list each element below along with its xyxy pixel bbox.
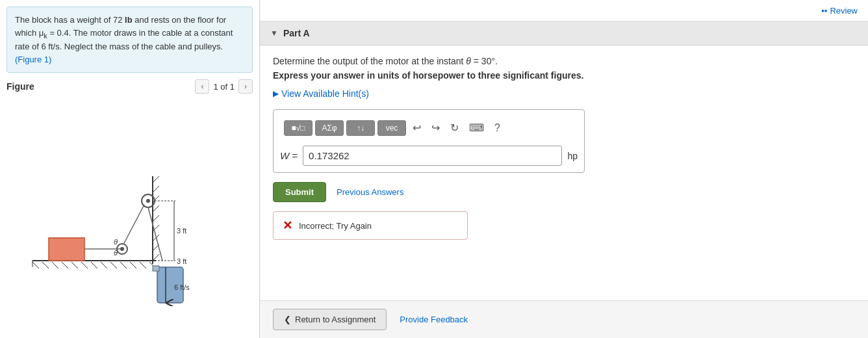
svg-line-2 bbox=[32, 262, 39, 268]
question-text: Determine the output of the motor at the… bbox=[273, 56, 855, 66]
part-section: ▼ Part A Determine the output of the mot… bbox=[260, 21, 868, 300]
problem-text-box: The block has a weight of 72 lb and rest… bbox=[6, 6, 253, 73]
svg-line-19 bbox=[153, 176, 159, 183]
submit-row: Submit Previous Answers bbox=[273, 182, 855, 202]
figure-header: Figure ‹ 1 of 1 › bbox=[6, 79, 253, 94]
svg-line-12 bbox=[130, 262, 136, 268]
answer-label: W = bbox=[280, 150, 298, 161]
figure-title: Figure bbox=[6, 81, 34, 92]
vector-btn[interactable]: vec bbox=[377, 120, 406, 136]
svg-line-20 bbox=[153, 186, 159, 192]
undo-btn[interactable]: ↩ bbox=[409, 119, 425, 136]
right-panel: ▪▪ Review ▼ Part A Determine the output … bbox=[260, 0, 868, 338]
svg-text:3 ft: 3 ft bbox=[177, 257, 186, 265]
incorrect-icon: ✕ bbox=[283, 218, 292, 233]
answer-unit: hp bbox=[567, 151, 578, 161]
return-label: Return to Assignment bbox=[295, 315, 376, 324]
submit-button[interactable]: Submit bbox=[273, 182, 326, 202]
review-bar: ▪▪ Review bbox=[260, 0, 868, 21]
svg-text:6 ft/s: 6 ft/s bbox=[174, 283, 190, 291]
part-title: Part A bbox=[283, 28, 310, 38]
next-figure-button[interactable]: › bbox=[238, 79, 253, 94]
svg-line-7 bbox=[81, 262, 88, 268]
toolbar: ■√□ ΑΣφ ↑↓ vec ↩ ↪ ↻ ⌨ ? bbox=[280, 116, 578, 139]
review-label: Review bbox=[830, 6, 858, 16]
help-btn[interactable]: ? bbox=[491, 120, 504, 136]
svg-line-4 bbox=[52, 262, 58, 268]
svg-point-29 bbox=[146, 199, 150, 203]
return-button[interactable]: ❮ Return to Assignment bbox=[273, 309, 387, 330]
incorrect-box: ✕ Incorrect; Try Again bbox=[273, 211, 468, 240]
svg-text:θ: θ bbox=[114, 249, 118, 257]
figure-image: θ θ 3 ft 3 ft 6 ft/s bbox=[6, 99, 253, 332]
left-panel: The block has a weight of 72 lb and rest… bbox=[0, 0, 260, 338]
svg-line-6 bbox=[71, 262, 78, 268]
figure-nav-count: 1 of 1 bbox=[213, 82, 235, 92]
hint-arrow-icon: ▶ bbox=[273, 89, 279, 98]
symbol-btn[interactable]: ΑΣφ bbox=[315, 120, 344, 136]
svg-text:θ: θ bbox=[114, 238, 118, 246]
refresh-btn[interactable]: ↻ bbox=[446, 119, 463, 136]
answer-box: ■√□ ΑΣφ ↑↓ vec ↩ ↪ ↻ ⌨ ? W = hp bbox=[273, 109, 585, 173]
part-content: Determine the output of the motor at the… bbox=[260, 46, 868, 261]
matrix-btn[interactable]: ■√□ bbox=[284, 120, 313, 136]
return-arrow-icon: ❮ bbox=[284, 315, 291, 324]
answer-row: W = hp bbox=[280, 146, 578, 166]
svg-point-17 bbox=[120, 247, 124, 251]
svg-line-9 bbox=[101, 262, 107, 268]
svg-line-10 bbox=[110, 262, 117, 268]
svg-text:3 ft: 3 ft bbox=[177, 227, 186, 235]
prev-figure-button[interactable]: ‹ bbox=[195, 79, 209, 94]
keyboard-btn[interactable]: ⌨ bbox=[465, 119, 488, 136]
svg-line-11 bbox=[120, 262, 127, 268]
collapse-arrow[interactable]: ▼ bbox=[270, 29, 278, 38]
svg-line-31 bbox=[148, 207, 162, 261]
svg-line-23 bbox=[153, 215, 159, 222]
svg-line-30 bbox=[123, 205, 144, 244]
incorrect-text: Incorrect; Try Again bbox=[299, 221, 372, 231]
hint-section: ▶ View Available Hint(s) bbox=[273, 88, 855, 99]
answer-input[interactable] bbox=[303, 146, 562, 166]
review-link[interactable]: ▪▪ Review bbox=[821, 6, 858, 16]
svg-line-22 bbox=[153, 205, 159, 212]
hint-link[interactable]: View Available Hint(s) bbox=[281, 88, 369, 99]
svg-line-27 bbox=[153, 254, 159, 261]
redo-btn[interactable]: ↪ bbox=[428, 119, 444, 136]
question-bold: Express your answer in units of horsepow… bbox=[273, 70, 855, 81]
figure-link[interactable]: (Figure 1) bbox=[15, 55, 51, 64]
previous-answers-link[interactable]: Previous Answers bbox=[337, 187, 403, 197]
fraction-btn[interactable]: ↑↓ bbox=[346, 120, 375, 136]
block-rect bbox=[49, 238, 84, 261]
svg-line-3 bbox=[42, 262, 49, 268]
figure-nav: ‹ 1 of 1 › bbox=[195, 79, 253, 94]
review-icon: ▪▪ bbox=[821, 6, 827, 16]
figure-svg: θ θ 3 ft 3 ft 6 ft/s bbox=[13, 124, 247, 306]
bottom-bar: ❮ Return to Assignment Provide Feedback bbox=[260, 300, 868, 338]
problem-text: The block has a weight of 72 lb and rest… bbox=[15, 15, 233, 51]
svg-line-5 bbox=[62, 262, 68, 268]
feedback-link[interactable]: Provide Feedback bbox=[400, 315, 468, 324]
part-header: ▼ Part A bbox=[260, 21, 868, 46]
svg-rect-33 bbox=[153, 266, 159, 271]
svg-line-13 bbox=[140, 262, 146, 268]
svg-line-8 bbox=[91, 262, 97, 268]
